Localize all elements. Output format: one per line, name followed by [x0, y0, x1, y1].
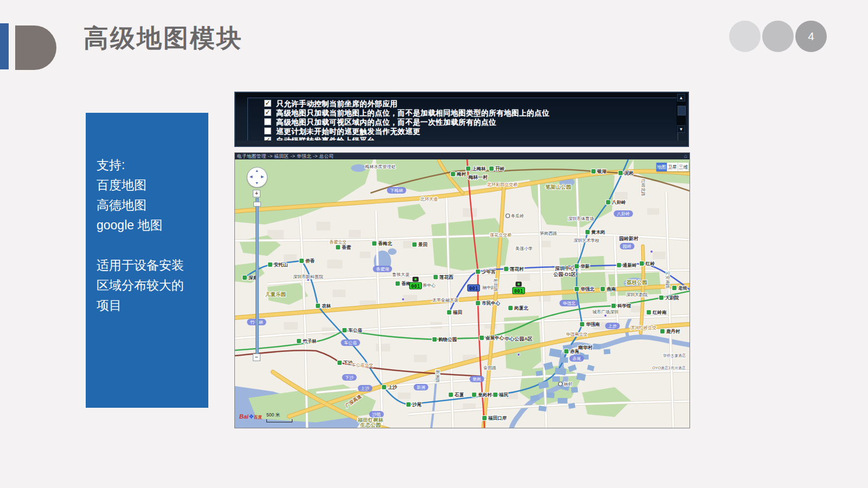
pan-left-icon[interactable]: ◀ — [250, 175, 252, 179]
home-icon[interactable]: ⌂ — [684, 153, 687, 159]
urban-village-block — [604, 349, 611, 354]
scrollbar-thumb[interactable] — [678, 106, 686, 115]
station-label: 岗厦北 — [514, 305, 528, 311]
checkbox[interactable]: ✓ — [264, 100, 271, 107]
station-label: 农林 — [321, 303, 331, 309]
zoom-in-button[interactable]: + — [253, 190, 260, 197]
scroll-up-icon[interactable]: ▲ — [677, 94, 685, 101]
metro-station-icon — [659, 296, 664, 300]
station-label: 石厦 — [454, 392, 464, 397]
map-text-label: 彩田路 — [493, 279, 498, 292]
station-label: 通新岭 — [622, 262, 637, 268]
building-block — [398, 393, 411, 399]
settings-option-list: ✓只允许手动控制当前坐席的外部应用✓高级地图只加载当前地图上的点位，而不是加载相… — [247, 98, 678, 141]
device-id-label: 001 — [514, 288, 523, 294]
map-text-label: 太平金融大厦 — [432, 298, 458, 303]
station-label: 梅村 — [456, 171, 467, 177]
map-canvas[interactable]: 上梅林孖岭梅村银湖泥岗深康安托山侨香香蜜香梅北香梅景田莲花西少年宫莲花村福田市民… — [235, 159, 690, 428]
station-label: 安托山 — [273, 262, 288, 267]
metro-station-icon — [342, 328, 347, 333]
metro-station-icon — [432, 337, 437, 342]
metro-station-icon — [660, 329, 665, 334]
pan-right-icon[interactable]: ▶ — [261, 175, 264, 179]
checkbox[interactable] — [264, 127, 271, 134]
building-block — [653, 252, 666, 259]
zoom-out-button[interactable]: − — [253, 354, 260, 361]
map-text-label: 深圳中心 — [554, 266, 575, 271]
map-svg[interactable]: 上梅林孖岭梅村银湖泥岗深康安托山侨香香蜜香梅北香梅景田莲花西少年宫莲花村福田市民… — [235, 159, 690, 428]
station-label: 华新 — [580, 264, 590, 269]
station-label: 香蜜 — [341, 245, 352, 250]
building-block — [284, 254, 297, 262]
area-pill-label: 下沙 — [345, 375, 354, 380]
poi-icon — [518, 354, 520, 356]
metro-station-icon — [564, 349, 569, 354]
metro-station-icon — [449, 393, 454, 397]
stop-label: 福邻 — [563, 382, 572, 387]
station-label: 上沙 — [388, 384, 398, 390]
baidu-paw-icon: ❖ — [248, 413, 254, 420]
map-text-label: 荔枝公园 — [626, 279, 647, 285]
area-pill-label: 八卦岭 — [617, 211, 630, 216]
map-text-label: 新洲路 — [435, 370, 440, 383]
info-line — [97, 235, 208, 255]
pan-down-icon[interactable]: ▼ — [255, 181, 259, 185]
option-label: 巡更计划未开始时的巡更触发当作无效巡更 — [276, 127, 420, 136]
metro-station-icon — [466, 166, 471, 171]
building-block — [647, 208, 659, 215]
area-pill-label: 皇岗 — [473, 377, 481, 382]
scale-bar — [266, 419, 292, 422]
map-text-label: 公园-D1区 — [553, 272, 576, 277]
map-text-label: 南华村 — [578, 345, 593, 350]
map-text-label: 中心公园A区 — [505, 336, 533, 342]
zoom-handle[interactable] — [253, 202, 261, 207]
area-pill-label: 新洲 — [417, 385, 425, 390]
page-dot — [762, 21, 794, 52]
metro-station-icon — [337, 361, 342, 365]
map-text-label: 北环彩田立交桥 — [487, 182, 518, 187]
map-text-label: 香蜜立交 — [329, 240, 347, 245]
station-label: 老街 — [678, 285, 688, 291]
map-pan-control[interactable]: ▲ ▼ ◀ ▶ — [247, 167, 267, 188]
metro-station-icon — [482, 416, 487, 421]
settings-option-row: 巡更计划未开始时的巡更触发当作无效巡更 — [264, 127, 678, 137]
metro-station-icon — [242, 275, 247, 280]
map-zoom-slider[interactable]: + − — [253, 190, 261, 361]
metro-station-icon — [489, 166, 494, 171]
metro-station-icon — [575, 287, 579, 292]
pan-up-icon[interactable]: ▲ — [255, 169, 259, 172]
station-label: 红岭 — [645, 261, 655, 266]
checkbox[interactable]: ✓ — [264, 109, 271, 116]
scrollbar[interactable]: ▲ ▼ — [676, 94, 686, 133]
area-pill-label: 华强北 — [563, 301, 576, 306]
map-titlebar: 电子地图管理 -> 福田区 -> 华强北 -> 总公司 ⌂ — [235, 153, 690, 159]
view-button-地图[interactable]: 地图 — [656, 163, 667, 171]
map-scale: 500 米 — [266, 412, 292, 422]
station-label: 黄木岗 — [591, 229, 605, 235]
view-button-卫星[interactable]: 卫星 — [667, 163, 678, 171]
metro-station-icon — [476, 301, 481, 306]
zoom-track[interactable] — [256, 198, 259, 354]
station-label: 车公庙 — [348, 328, 362, 333]
lake — [351, 164, 366, 172]
metro-station-icon — [575, 264, 579, 269]
lake — [388, 248, 397, 255]
checkbox[interactable] — [264, 118, 271, 125]
metro-station-icon — [268, 262, 273, 267]
info-line: 支持: — [97, 155, 208, 175]
logo-d-shape — [15, 25, 56, 70]
station-label: 竹子林 — [302, 338, 317, 344]
settings-option-row: ✓只允许手动控制当前坐席的外部应用 — [264, 100, 678, 109]
metro-station-icon — [672, 286, 677, 291]
scroll-down-icon[interactable]: ▼ — [677, 125, 685, 133]
station-label: 景田 — [418, 242, 427, 247]
map-text-label: 深圳艺术学校 — [573, 238, 599, 243]
metro-station-icon — [591, 169, 596, 174]
view-button-三维[interactable]: 三维 — [678, 163, 689, 171]
urban-village-block — [560, 357, 568, 363]
area-pill-label: 沙咀 — [372, 412, 381, 417]
station-label: 福民 — [499, 392, 509, 397]
poi-icon — [604, 314, 607, 317]
map-text-label: 深圳大剧院 — [626, 292, 648, 297]
station-label: 孖岭 — [495, 166, 505, 171]
